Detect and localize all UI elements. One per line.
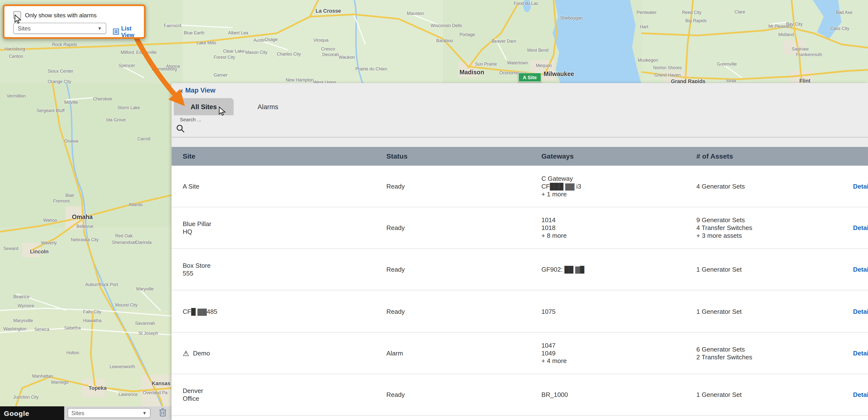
map-city-label: Lincoln — [30, 248, 49, 254]
assets-line: + 3 more assets — [696, 232, 846, 240]
map-city-label: Wisconsin Dells — [431, 23, 462, 28]
map-city-label: Sun Prairie — [475, 62, 497, 66]
map-city-label: Muskegon — [638, 58, 658, 63]
sites-dropdown-value: Sites — [18, 25, 31, 31]
map-city-label: Clarinda — [135, 240, 152, 245]
map-city-label: Forest City — [214, 55, 235, 60]
map-city-label: Wymore — [18, 303, 34, 308]
map-marker-a-site[interactable]: A Site — [518, 73, 541, 82]
search-input[interactable] — [188, 123, 855, 135]
site-name: Denver — [183, 387, 349, 395]
map-view-link[interactable]: ‹ Map View — [181, 86, 216, 94]
map-city-label: Topeka — [89, 385, 106, 391]
map-city-label: Nebraska City — [71, 237, 98, 242]
alarms-filter-callout: Only show sites with alarms Sites ▼ List… — [3, 4, 146, 39]
details-link[interactable]: Details — [853, 166, 868, 206]
details-link[interactable]: Details — [853, 333, 868, 373]
map-city-label: Beatrice — [13, 294, 30, 299]
chevron-down-icon: ▼ — [142, 411, 147, 415]
map-city-label: Fremont — [53, 199, 69, 203]
map-city-label: Bad Axe — [836, 10, 852, 15]
column-header-assets: # of Assets — [696, 147, 733, 166]
map-city-label: New Hampton — [286, 78, 314, 83]
map-city-label: Washington — [3, 327, 27, 331]
map-city-label: Madison — [460, 69, 484, 75]
gateway-line: 1018 — [541, 224, 691, 232]
map-city-label: Sioux Center — [48, 69, 73, 74]
site-name: CF█ ▓▓485 — [183, 307, 349, 315]
site-name-line2: 555 — [183, 270, 349, 277]
table-row: Blue Pillar HQ Ready 1014 1018 + 8 more … — [172, 207, 868, 249]
map-city-label: Orange City — [48, 79, 71, 84]
trash-button[interactable] — [159, 407, 167, 417]
map-city-label: Milwaukee — [544, 71, 574, 77]
map-city-label: Portage — [460, 32, 475, 37]
map-city-label: Bellevue — [76, 224, 93, 229]
list-view-label: List View — [121, 25, 144, 38]
map-city-label: Leavenworth — [110, 364, 135, 369]
table-row: CF█ ▓▓485 Ready 1075 1 Generator Set Det… — [172, 290, 868, 333]
bottom-sites-dropdown[interactable]: Sites ▼ — [68, 408, 151, 418]
table-row: Box Store 555 Ready GF902: ██ ▓█ 1 Gener… — [172, 249, 868, 291]
panel-header-band: ‹ Map View All Sites Alarms Search ... — [172, 83, 868, 147]
assets-line: 2 Transfer Switches — [696, 353, 846, 361]
map-city-label: Flint — [799, 78, 811, 84]
bottom-sites-dropdown-value: Sites — [71, 410, 85, 416]
gateway-line: C Gateway — [541, 175, 691, 183]
map-city-label: Sabetha — [64, 326, 81, 330]
map-city-label: Fairmont — [164, 23, 182, 28]
assets-line: 6 Generator Sets — [696, 345, 846, 353]
site-name: A Site — [183, 183, 349, 190]
map-city-label: Midland — [778, 32, 794, 37]
map-city-label: Clear Lake — [223, 49, 245, 54]
details-link[interactable]: Details — [853, 207, 868, 248]
gateway-line: GF902: ██ ▓█ — [541, 265, 691, 273]
map-city-label: West Bend — [527, 48, 549, 53]
screen: FairmontBlue EarthAlbert LeaAustinLa Cro… — [0, 0, 868, 420]
map-city-label: Omaha — [72, 214, 93, 220]
table-header: Site Status Gateways # of Assets — [172, 147, 868, 166]
list-view-button[interactable]: List View — [113, 25, 144, 38]
map-city-label: Reed City — [682, 10, 701, 15]
map-city-label: Cherokee — [93, 96, 112, 101]
map-city-label: Red Oak — [115, 233, 132, 238]
search-label: Search ... — [180, 117, 202, 122]
table-row: ⚠ Demo Alarm 1047 1049 + 4 more 6 Genera… — [172, 333, 868, 374]
map-city-label: Fond du Lac — [514, 1, 538, 6]
gateway-line: 1075 — [541, 307, 691, 315]
map-city-label: Prairie du Chien — [355, 66, 387, 72]
map-city-label: Holton — [66, 350, 79, 355]
map-city-label: Wamego — [51, 380, 68, 385]
map-city-label: St Joseph — [138, 331, 158, 336]
map-city-label: Mauston — [407, 11, 424, 16]
map-city-label: Junction City — [13, 395, 39, 399]
map-city-label: Mound City — [115, 303, 137, 307]
alarms-only-checkbox[interactable] — [13, 11, 21, 19]
map-city-label: Frankenmuth — [796, 52, 822, 57]
map-city-label: Sheboygan — [560, 16, 583, 21]
map-city-label: Ida Grove — [106, 117, 126, 122]
map-city-label: Viroqua — [313, 38, 329, 43]
google-logo[interactable]: Google — [4, 410, 29, 418]
tab-alarms[interactable]: Alarms — [246, 98, 290, 115]
details-link[interactable]: Details — [853, 374, 868, 415]
map-city-label: Maryville — [136, 286, 154, 291]
search-underline — [172, 137, 868, 137]
sites-dropdown[interactable]: Sites ▼ — [13, 23, 106, 34]
details-link[interactable]: Details — [853, 290, 868, 332]
map-city-label: Garner — [214, 73, 227, 78]
site-name-line2: Office — [183, 395, 349, 402]
map-city-label: Marysville — [13, 318, 33, 323]
map-city-label: Manhattan — [32, 374, 53, 379]
site-name: Blue Pillar — [183, 220, 349, 228]
map-city-label: Milford — [121, 50, 134, 55]
details-link[interactable]: Details — [853, 249, 868, 290]
map-city-label: Greenville — [717, 62, 737, 66]
map-city-label: Storm Lake — [117, 105, 140, 110]
map-city-label: Big Rapids — [685, 18, 707, 23]
map-city-label: Sergeant Bluff — [36, 108, 64, 113]
gateway-line: 1047 — [541, 341, 691, 349]
chevron-left-icon: ‹ — [181, 88, 183, 93]
search-icon — [176, 124, 185, 133]
tab-all-sites[interactable]: All Sites — [174, 98, 234, 115]
